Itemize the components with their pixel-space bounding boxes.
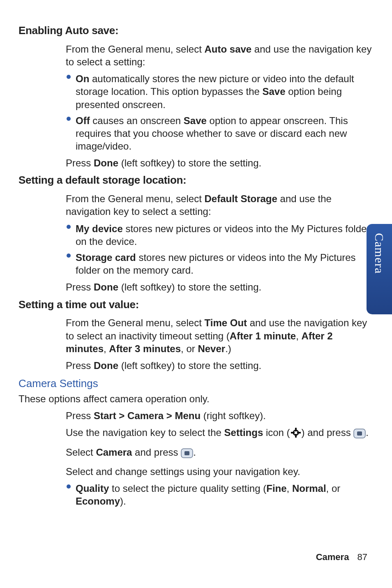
text-bold: Settings bbox=[224, 427, 263, 438]
text: From the General menu, select bbox=[66, 317, 204, 328]
time-out-intro: From the General menu, select Time Out a… bbox=[66, 316, 374, 355]
text-bold: Done bbox=[94, 281, 118, 293]
camera-settings-step1: Press Start > Camera > Menu (right softk… bbox=[66, 409, 374, 422]
ok-button-icon bbox=[181, 448, 193, 461]
side-tab: Camera bbox=[367, 224, 392, 314]
footer-section-label: Camera bbox=[316, 552, 349, 562]
auto-save-intro: From the General menu, select Auto save … bbox=[66, 43, 374, 68]
text-bold: Economy bbox=[76, 496, 120, 507]
list-item: Quality to select the picture quality se… bbox=[66, 482, 374, 507]
camera-settings-step4: Select and change settings using your na… bbox=[66, 465, 374, 478]
text-bold: Save bbox=[263, 86, 286, 97]
footer-page-number: 87 bbox=[357, 552, 367, 562]
text-bold: On bbox=[76, 73, 89, 84]
text: . bbox=[366, 427, 369, 438]
text: Press bbox=[66, 281, 94, 293]
auto-save-bullets: On automatically stores the new picture … bbox=[66, 72, 374, 152]
text: to select the picture quality setting ( bbox=[109, 483, 266, 494]
svg-rect-6 bbox=[357, 431, 362, 436]
text-bold: Quality bbox=[76, 483, 109, 494]
text-bold: Never bbox=[198, 343, 225, 354]
page-content: Enabling Auto save: From the General men… bbox=[0, 0, 392, 507]
text: .) bbox=[225, 343, 231, 354]
settings-icon bbox=[290, 427, 302, 441]
text: (left softkey) to store the setting. bbox=[118, 281, 261, 293]
text: , or bbox=[181, 343, 198, 354]
text: and press bbox=[132, 447, 181, 458]
text: ) and press bbox=[302, 427, 354, 438]
default-storage-press: Press Done (left softkey) to store the s… bbox=[66, 281, 374, 293]
text-bold: After 1 minute bbox=[230, 330, 296, 341]
auto-save-press: Press Done (left softkey) to store the s… bbox=[66, 157, 374, 169]
text-bold: Camera bbox=[96, 447, 132, 458]
time-out-press: Press Done (left softkey) to store the s… bbox=[66, 359, 374, 372]
text-bold: Fine bbox=[266, 483, 286, 494]
text-bold: Time Out bbox=[204, 317, 247, 328]
text-bold: Storage card bbox=[76, 252, 136, 263]
camera-settings-intro: These options affect camera operation on… bbox=[18, 392, 374, 405]
text: , bbox=[104, 343, 109, 354]
text: Press bbox=[66, 410, 94, 421]
side-tab-label: Camera bbox=[371, 233, 387, 274]
ok-button-icon bbox=[353, 429, 366, 441]
list-item: Off causes an onscreen Save option to ap… bbox=[66, 114, 374, 153]
text: From the General menu, select bbox=[66, 44, 204, 55]
text-bold: Start > Camera > Menu bbox=[94, 410, 201, 421]
text: From the General menu, select bbox=[66, 193, 204, 204]
text: , bbox=[287, 483, 292, 494]
camera-settings-step3: Select Camera and press . bbox=[66, 446, 374, 461]
text-bold: Save bbox=[184, 115, 207, 126]
text-bold: After 3 minutes bbox=[109, 343, 181, 354]
text: . bbox=[193, 447, 196, 458]
text: (left softkey) to store the setting. bbox=[118, 360, 261, 371]
camera-settings-step2: Use the navigation key to select the Set… bbox=[66, 426, 374, 441]
heading-time-out: Setting a time out value: bbox=[18, 298, 374, 312]
list-item: Storage card stores new pictures or vide… bbox=[66, 251, 374, 277]
text: causes an onscreen bbox=[90, 115, 184, 126]
text: , or bbox=[326, 483, 341, 494]
heading-camera-settings: Camera Settings bbox=[18, 377, 374, 391]
text-bold: Auto save bbox=[204, 44, 251, 55]
heading-default-storage: Setting a default storage location: bbox=[18, 173, 374, 187]
text-bold: Done bbox=[94, 157, 118, 168]
text-bold: Normal bbox=[292, 483, 326, 494]
text-bold: Default Storage bbox=[204, 193, 277, 204]
text: (left softkey) to store the setting. bbox=[118, 157, 261, 168]
text: (right softkey). bbox=[201, 410, 266, 421]
camera-settings-bullets: Quality to select the picture quality se… bbox=[66, 482, 374, 507]
text: Press bbox=[66, 157, 94, 168]
text: Select bbox=[66, 447, 96, 458]
page-footer: Camera 87 bbox=[316, 551, 367, 563]
svg-rect-8 bbox=[184, 451, 189, 455]
text: Press bbox=[66, 360, 94, 371]
text: icon ( bbox=[263, 427, 290, 438]
text-bold: Done bbox=[94, 360, 118, 371]
text: ). bbox=[120, 496, 126, 507]
text: Use the navigation key to select the bbox=[66, 427, 224, 438]
default-storage-bullets: My device stores new pictures or videos … bbox=[66, 222, 374, 277]
text-bold: Off bbox=[76, 115, 90, 126]
text-bold: My device bbox=[76, 223, 123, 234]
text: , bbox=[296, 330, 301, 341]
list-item: On automatically stores the new picture … bbox=[66, 72, 374, 111]
heading-auto-save: Enabling Auto save: bbox=[18, 24, 374, 38]
default-storage-intro: From the General menu, select Default St… bbox=[66, 192, 374, 218]
list-item: My device stores new pictures or videos … bbox=[66, 222, 374, 248]
